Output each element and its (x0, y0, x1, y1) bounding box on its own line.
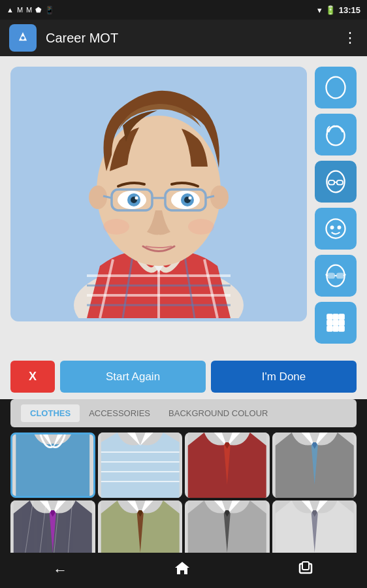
action-buttons: X Start Again I'm Done (0, 354, 367, 399)
clothes-grid (0, 433, 367, 566)
face-btn-glasses[interactable] (315, 161, 357, 203)
svg-rect-49 (339, 314, 343, 319)
tab-clothes[interactable]: CLOTHES (21, 404, 80, 422)
overflow-menu-icon[interactable]: ⋮ (343, 29, 358, 46)
time-display: 13:15 (339, 5, 360, 15)
svg-rect-42 (328, 273, 334, 278)
svg-point-32 (326, 77, 345, 99)
phone-icon: 📱 (45, 6, 54, 14)
svg-point-2 (21, 36, 24, 39)
clothes-item-1[interactable] (10, 433, 95, 498)
clothes-item-3[interactable] (185, 433, 270, 498)
app-bar: Career MOT ⋮ (0, 20, 367, 56)
svg-rect-47 (327, 314, 332, 319)
recent-apps-button[interactable] (297, 561, 314, 580)
face-type-buttons (315, 67, 357, 344)
done-button[interactable]: I'm Done (211, 361, 357, 393)
svg-rect-51 (333, 320, 338, 325)
svg-point-16 (210, 186, 229, 209)
svg-rect-36 (337, 180, 343, 184)
start-again-button[interactable]: Start Again (60, 361, 206, 393)
face-btn-shades[interactable] (315, 255, 357, 297)
category-tabs: CLOTHES ACCESSORIES BACKGROUND COLOUR (10, 399, 357, 427)
status-icons-left: ▲ M M ⬟ 📱 (7, 6, 54, 14)
svg-rect-52 (339, 320, 343, 325)
svg-point-28 (135, 197, 138, 200)
bottom-nav: ← (0, 553, 367, 588)
status-icons-right: ▾ 🔋 13:15 (317, 5, 360, 15)
tab-accessories[interactable]: ACCESSORIES (80, 404, 159, 422)
clothes-item-4[interactable] (272, 433, 357, 498)
svg-rect-35 (328, 180, 334, 184)
svg-rect-50 (327, 320, 332, 325)
svg-point-39 (331, 226, 334, 229)
home-button[interactable] (174, 560, 191, 581)
svg-point-15 (89, 186, 107, 209)
face-btn-round[interactable] (315, 208, 357, 250)
clothes-item-2[interactable] (98, 433, 183, 498)
tab-background[interactable]: BACKGROUND COLOUR (159, 404, 277, 422)
svg-rect-43 (337, 273, 343, 278)
notif-icon1: ▲ (7, 6, 14, 14)
face-btn-plain[interactable] (315, 67, 357, 108)
cancel-button[interactable]: X (10, 361, 55, 393)
svg-rect-73 (302, 562, 309, 570)
app-title: Career MOT (46, 31, 343, 46)
gmail-icon2: M (26, 6, 32, 14)
svg-point-31 (188, 219, 214, 235)
app-icon (9, 24, 37, 52)
svg-rect-55 (339, 326, 343, 331)
face-btn-hair1[interactable] (315, 114, 357, 155)
battery-icon: 🔋 (325, 5, 336, 15)
svg-point-40 (338, 226, 341, 229)
misc-icon: ⬟ (35, 6, 42, 14)
gmail-icon1: M (17, 6, 23, 14)
svg-rect-53 (327, 326, 332, 331)
avatar-svg (48, 70, 270, 318)
back-button[interactable]: ← (53, 562, 67, 579)
svg-rect-48 (333, 314, 338, 319)
avatar-container (10, 67, 307, 321)
svg-point-29 (189, 197, 192, 200)
face-btn-grid[interactable] (315, 302, 357, 344)
svg-rect-54 (333, 326, 338, 331)
wifi-icon: ▾ (317, 5, 322, 15)
main-content (0, 56, 367, 354)
svg-point-38 (326, 219, 345, 238)
svg-point-30 (103, 219, 129, 235)
status-bar: ▲ M M ⬟ 📱 ▾ 🔋 13:15 (0, 0, 367, 20)
